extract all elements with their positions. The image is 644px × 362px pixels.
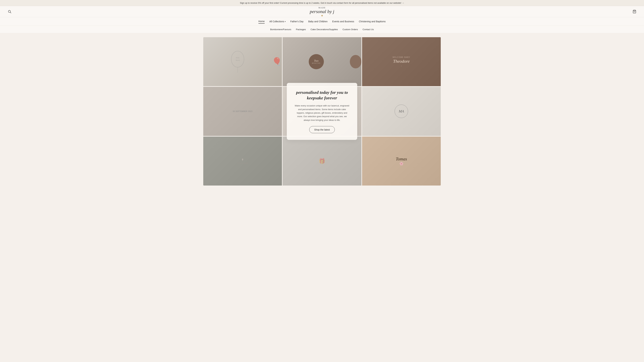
cart-icon [632,10,636,13]
primary-nav-item-father's-day[interactable]: Father's Day [290,19,304,24]
svg-text:World: World [236,59,240,61]
primary-nav-item-christening-and-baptisms[interactable]: Christening and Baptisms [359,19,386,24]
hero-overlay-card: personalised today for you to keepsake f… [287,83,357,140]
svg-text:Hello: Hello [236,57,240,59]
hero-section: Hello World Two MONTHS Welcome Baby Theo… [200,37,444,186]
logo-diamond: ◆ [310,14,334,17]
hero-cell-3: Welcome Baby Theodore ✝ [362,37,441,86]
hero-cell-1: Hello World [203,37,282,86]
logo-small-text: MADE [310,6,334,9]
announcement-bar: Sign up to receive 5% off your first ord… [0,0,644,6]
announcement-text: Sign up to receive 5% off your first ord… [240,2,404,4]
primary-nav-item-baby-and-children[interactable]: Baby and Children [308,19,328,24]
secondary-nav: Bomboniere/FavoursPackagesCake Decoratio… [0,26,644,33]
chevron-down-icon: ▾ [285,21,286,22]
balloon-decoration: Hello World [229,50,246,73]
primary-nav-item-home[interactable]: Home [258,19,265,24]
cart-button[interactable] [632,9,637,14]
logo-brand-text: personal by j [310,9,334,14]
secondary-nav-item-packages[interactable]: Packages [296,27,306,31]
svg-point-0 [8,10,10,12]
secondary-nav-item-cake-decorations-supplies[interactable]: Cake Decorations/Supplies [310,27,338,31]
header: MADE personal by j ◆ [0,6,644,17]
svg-point-3 [231,51,244,67]
primary-nav-item-all-collections[interactable]: All Collections▾ [269,19,286,24]
primary-nav: HomeAll Collections▾Father's DayBaby and… [0,17,644,26]
hero-cell-4: 30 SEPTEMBER 2023 [203,87,282,136]
secondary-nav-item-contact-us[interactable]: Contact Us [362,27,374,31]
shop-latest-button[interactable]: Shop the latest [309,126,334,133]
hero-cell-8: 🎁 [282,137,361,186]
hero-cell-2: Two MONTHS [282,37,361,86]
hero-cell-9: Tomas 🌸 [362,137,441,186]
secondary-nav-item-custom-orders[interactable]: Custom Orders [343,27,358,31]
hero-overlay-body: Make every occasion unique with our lase… [294,104,350,122]
svg-line-1 [10,12,11,13]
hero-cell-6: MA [362,87,441,136]
hero-cell-7: ✝ To my Godmother [203,137,282,186]
logo[interactable]: MADE personal by j ◆ [310,6,334,17]
hero-overlay-title: personalised today for you to keepsake f… [294,89,350,101]
search-icon [8,10,12,13]
search-button[interactable] [7,9,12,14]
primary-nav-item-events-and-business[interactable]: Events and Business [332,19,354,24]
secondary-nav-item-bomboniere-favours[interactable]: Bomboniere/Favours [270,27,291,31]
